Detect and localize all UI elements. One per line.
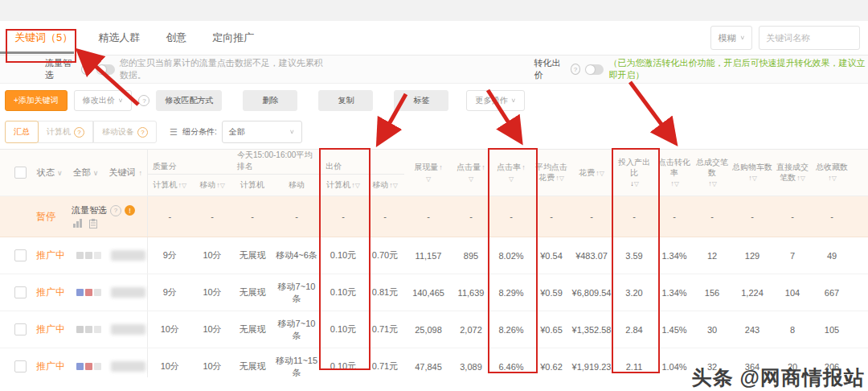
segment-select[interactable]: 全部 ∨ <box>222 121 302 143</box>
status-text: 推广中 <box>36 360 65 373</box>
cell-cost: ¥483.07 <box>570 237 613 274</box>
flow-smart-label: 流量智选 <box>45 57 76 81</box>
cell-bid_pc: 0.10元 <box>321 311 366 348</box>
cell-last: 1 <box>853 311 868 348</box>
sub-col-rank-pc[interactable]: 计算机 <box>232 175 272 196</box>
add-keyword-button[interactable]: +添加关键词 <box>5 90 68 111</box>
more-actions-button[interactable]: 更多操作 ∨ <box>466 90 525 111</box>
row-checkbox[interactable] <box>14 360 27 372</box>
help-icon[interactable]: ? <box>81 64 92 75</box>
table-row: 推广中10分10分无展现移动7~10条0.10元0.71元25,0982,072… <box>0 311 868 348</box>
cell-cvr: 1.04% <box>655 348 694 378</box>
tag-button[interactable]: 标签 <box>394 90 448 111</box>
cell-bid_mobile: 0.70元 <box>366 237 404 274</box>
col-status[interactable]: 状态 ∨ <box>37 167 63 179</box>
col-cost[interactable]: 花费↑▽ <box>570 150 613 196</box>
cell-direct_orders: 7 <box>774 237 811 274</box>
cell-bid_mobile: 0.81元 <box>366 274 404 311</box>
filter-icon: ▽ <box>182 182 186 189</box>
col-keyword[interactable]: 关键词 ↑ <box>108 167 142 179</box>
summary-cell-quality_mobile: - <box>192 196 232 237</box>
col-avg-cpc[interactable]: 平均点击花费↑▽ <box>533 150 570 196</box>
toolbar: +添加关键词 修改出价 ∨ ? 修改匹配方式 删除 复制 标签 更多操作 ∨ <box>0 88 868 113</box>
col-collects[interactable]: 总收藏数 ↑▽ <box>811 150 853 196</box>
summary-cell-last: - <box>853 196 868 237</box>
delete-button[interactable]: 删除 <box>243 90 297 111</box>
keyword-search-input[interactable] <box>759 26 860 50</box>
cell-rank_mobile: 移动7~10条 <box>272 274 321 311</box>
segment-condition: ☰ 细分条件: 全部 ∨ <box>170 121 302 143</box>
cell-rank_pc: 无展现 <box>232 311 272 348</box>
view-tab-mobile-label: 移动设备 <box>102 126 134 138</box>
help-icon[interactable]: ? <box>571 64 581 75</box>
sub-col-quality-mobile[interactable]: 移动↑▽ <box>192 175 232 196</box>
col-direct-orders[interactable]: 直接成交笔数↑▽ <box>774 150 811 196</box>
sub-col-bid-pc[interactable]: 计算机↑▽ <box>321 175 366 196</box>
col-clicks[interactable]: 点击量↑ ▽ <box>452 150 489 196</box>
clipboard-icon[interactable] <box>89 219 97 228</box>
summary-cell-rank_pc: - <box>232 196 272 237</box>
col-all-filter[interactable]: 全部 ∨ <box>73 167 99 179</box>
cell-carts: 129 <box>731 237 774 274</box>
cell-avg_cpc: ¥0.65 <box>533 311 570 348</box>
active-tab-underline <box>0 51 74 54</box>
modify-bid-button[interactable]: 修改出价 ∨ <box>74 90 133 111</box>
table-header: 状态 ∨ 全部 ∨ 关键词 ↑ 质量分 今天15:00-16:00平均排名 出价… <box>0 150 868 196</box>
flow-smart-toggle[interactable] <box>96 64 115 75</box>
col-ctr[interactable]: 点击率↑ ▽ <box>489 150 533 196</box>
table-row: 推广中9分10分无展现移动7~10条0.10元0.81元140,46511,63… <box>0 274 868 311</box>
sort-up-icon: ↑ <box>439 163 443 171</box>
sort-up-icon: ↑ <box>481 163 485 171</box>
row-checkbox[interactable] <box>14 249 27 261</box>
summary-cell-rank_mobile: - <box>272 196 321 237</box>
chevron-down-icon: ∨ <box>57 169 63 177</box>
status-text: 暂停 <box>36 210 55 224</box>
cell-orders: 30 <box>694 311 731 348</box>
col-impressions[interactable]: 展现量↑ ▽ <box>404 150 452 196</box>
select-all-checkbox[interactable] <box>14 167 27 179</box>
chart-icon[interactable] <box>73 219 83 228</box>
cell-avg_cpc: ¥0.54 <box>533 237 570 274</box>
modify-match-button[interactable]: 修改匹配方式 <box>156 90 222 111</box>
col-orders[interactable]: 总成交笔数 ↑▽ <box>694 150 731 196</box>
sort-up-icon: ↑ <box>522 163 526 171</box>
filter-icon: ▽ <box>752 175 757 182</box>
sub-col-bid-mobile[interactable]: 移动↑▽ <box>366 175 404 196</box>
tab-creative[interactable]: 创意 <box>164 23 188 53</box>
sub-col-rank-mobile[interactable]: 移动 <box>272 175 321 196</box>
cell-direct_orders: 104 <box>774 274 811 311</box>
keyword-blurred <box>111 324 145 335</box>
tab-audience[interactable]: 精选人群 <box>96 23 141 53</box>
cell-clicks: 2,072 <box>452 311 489 348</box>
cell-ctr: 8.26% <box>489 311 533 348</box>
tab-targeting[interactable]: 定向推广 <box>211 23 256 53</box>
col-roi[interactable]: 投入产出比 ↓▽ <box>613 150 655 196</box>
cell-bid_pc: 0.10元 <box>321 274 366 311</box>
tab-keywords[interactable]: 关键词（5） <box>13 23 74 53</box>
cell-ctr: 6.46% <box>489 348 533 378</box>
row-checkbox[interactable] <box>14 286 27 298</box>
sub-col-quality-pc[interactable]: 计算机↑▽ <box>147 175 192 196</box>
row-checkbox[interactable] <box>14 323 27 335</box>
filter-icon: ▽ <box>220 182 225 189</box>
window-top-strip <box>0 0 868 21</box>
col-cvr[interactable]: 点击转化率 ↑▽ <box>655 150 694 196</box>
cell-bid_pc: 0.10元 <box>321 237 366 274</box>
cell-cost: ¥1,352.58 <box>570 311 613 348</box>
cell-quality_mobile: 10分 <box>192 348 232 378</box>
keyword-color-tags <box>76 252 101 259</box>
flow-smart-text: 您的宝贝当前累计的流量点击数据不足，建议先累积数据。 <box>120 57 324 81</box>
view-tab-mobile[interactable]: 移动设备 ? <box>93 121 157 143</box>
info-icon[interactable]: ? <box>138 95 149 106</box>
cell-ctr: 8.02% <box>489 237 533 274</box>
cell-roi: 3.20 <box>613 274 655 311</box>
view-tab-summary[interactable]: 汇总 <box>5 121 39 143</box>
copy-button[interactable]: 复制 <box>318 90 373 111</box>
cell-clicks: 895 <box>452 237 489 274</box>
cell-impressions: 11,157 <box>404 237 452 274</box>
col-carts[interactable]: 总购物车数 ↑▽ <box>731 150 774 196</box>
info-icon[interactable]: ? <box>110 205 121 216</box>
view-tab-pc[interactable]: 计算机 ? <box>38 121 93 143</box>
fuzzy-filter-dropdown[interactable]: 模糊 ∨ <box>710 26 752 50</box>
conversion-bid-toggle[interactable] <box>585 64 604 75</box>
